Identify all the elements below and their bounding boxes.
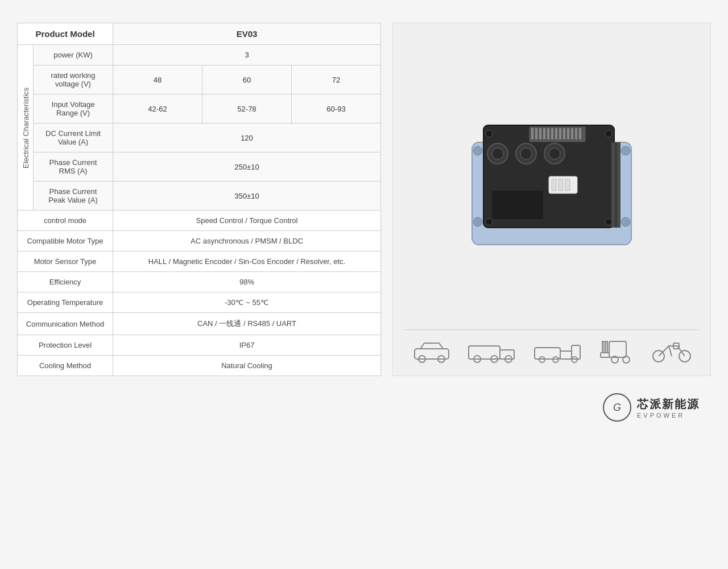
truck-icon xyxy=(466,337,517,363)
control-mode-row: control mode Speed Control / Torque Cont… xyxy=(18,211,381,231)
table-header-row: Product Model EV03 xyxy=(18,23,381,45)
cooling-row: Cooling Method Natural Cooling xyxy=(18,356,381,376)
logo-icon-letter: G xyxy=(613,402,621,414)
motor-type-value: AC asynchronous / PMSM / BLDC xyxy=(113,231,381,251)
cooling-label: Cooling Method xyxy=(18,356,113,376)
input-voltage-label: Input Voltage Range (V) xyxy=(34,94,113,123)
dc-current-label: DC Current Limit Value (A) xyxy=(34,123,113,152)
electrical-characteristics-label: Electrical Characteristics xyxy=(18,45,34,211)
svg-point-31 xyxy=(486,218,493,225)
svg-point-19 xyxy=(520,148,532,159)
product-model-label: Product Model xyxy=(18,23,113,45)
motor-type-row: Compatible Motor Type AC asynchronous / … xyxy=(18,231,381,251)
svg-rect-52 xyxy=(609,341,626,357)
electrical-row-6: Phase Current Peak Value (A) 350±10 xyxy=(18,182,381,211)
control-mode-label: control mode xyxy=(18,211,113,231)
svg-rect-23 xyxy=(552,179,556,191)
control-mode-value: Speed Control / Torque Control xyxy=(113,211,381,231)
svg-rect-54 xyxy=(602,341,604,353)
motorcycle-icon xyxy=(652,337,692,363)
specs-table: Product Model EV03 Electrical Characteri… xyxy=(17,23,381,376)
svg-rect-15 xyxy=(579,128,581,139)
sensor-type-label: Motor Sensor Type xyxy=(18,251,113,272)
svg-rect-7 xyxy=(547,128,549,139)
electrical-row-1: Electrical Characteristics power (KW) 3 xyxy=(18,45,381,65)
motor-type-label: Compatible Motor Type xyxy=(18,231,113,251)
svg-rect-3 xyxy=(531,128,533,139)
svg-rect-14 xyxy=(575,128,577,139)
temperature-value: -30℃ ~ 55℃ xyxy=(113,292,381,313)
voltage-label: rated working voltage (V) xyxy=(34,65,113,94)
voltage-60: 60 xyxy=(202,65,291,94)
sensor-type-value: HALL / Magnetic Encoder / Sin-Cos Encode… xyxy=(113,251,381,272)
top-section: Product Model EV03 Electrical Characteri… xyxy=(17,23,711,376)
phase-rms-value: 250±10 xyxy=(113,152,381,182)
svg-point-34 xyxy=(473,217,482,226)
phase-rms-label: Phase Current RMS (A) xyxy=(34,152,113,182)
forklift-icon xyxy=(598,336,638,364)
svg-rect-28 xyxy=(617,142,621,228)
dc-current-value: 120 xyxy=(113,123,381,152)
svg-rect-10 xyxy=(559,128,561,139)
main-container: Product Model EV03 Electrical Characteri… xyxy=(0,0,728,439)
product-image xyxy=(461,108,643,256)
svg-point-21 xyxy=(549,148,560,159)
communication-row: Communication Method CAN / 一线通 / RS485 /… xyxy=(18,313,381,335)
power-value: 3 xyxy=(113,45,381,65)
svg-point-35 xyxy=(621,146,630,155)
sensor-type-row: Motor Sensor Type HALL / Magnetic Encode… xyxy=(18,251,381,272)
voltage-48: 48 xyxy=(113,65,202,94)
phase-peak-label: Phase Current Peak Value (A) xyxy=(34,182,113,211)
efficiency-row: Efficiency 98% xyxy=(18,272,381,292)
bottom-section: G 芯派新能源 EVPOWER xyxy=(17,387,711,427)
svg-point-17 xyxy=(492,148,503,159)
construction-truck-icon xyxy=(532,337,583,363)
svg-rect-9 xyxy=(555,128,557,139)
image-section xyxy=(392,23,711,376)
efficiency-label: Efficiency xyxy=(18,272,113,292)
input-range-3: 60-93 xyxy=(291,94,380,123)
logo-text-area: 芯派新能源 EVPOWER xyxy=(637,397,700,419)
electrical-row-3: Input Voltage Range (V) 42-62 52-78 60-9… xyxy=(18,94,381,123)
logo-area: G 芯派新能源 EVPOWER xyxy=(603,393,700,422)
power-label: power (KW) xyxy=(34,45,113,65)
communication-label: Communication Method xyxy=(18,313,113,335)
product-model-value: EV03 xyxy=(113,23,381,45)
voltage-72: 72 xyxy=(291,65,380,94)
logo-chinese: 芯派新能源 xyxy=(637,397,700,412)
table-section: Product Model EV03 Electrical Characteri… xyxy=(17,23,381,376)
svg-rect-25 xyxy=(565,179,570,191)
logo-english: EVPOWER xyxy=(637,412,700,419)
protection-row: Protection Level IP67 xyxy=(18,335,381,356)
svg-rect-4 xyxy=(535,128,537,139)
phase-peak-value: 350±10 xyxy=(113,182,381,211)
car-icon xyxy=(412,337,452,363)
svg-rect-12 xyxy=(567,128,569,139)
svg-point-32 xyxy=(605,218,612,225)
svg-rect-8 xyxy=(551,128,553,139)
svg-rect-37 xyxy=(492,191,543,219)
electrical-row-2: rated working voltage (V) 48 60 72 xyxy=(18,65,381,94)
cooling-value: Natural Cooling xyxy=(113,356,381,376)
svg-rect-5 xyxy=(539,128,541,139)
efficiency-value: 98% xyxy=(113,272,381,292)
svg-rect-11 xyxy=(563,128,565,139)
vehicle-icons xyxy=(404,329,699,364)
temperature-row: Operating Temperature -30℃ ~ 55℃ xyxy=(18,292,381,313)
protection-value: IP67 xyxy=(113,335,381,356)
svg-rect-13 xyxy=(571,128,573,139)
protection-label: Protection Level xyxy=(18,335,113,356)
svg-rect-27 xyxy=(615,142,617,228)
svg-point-30 xyxy=(605,130,612,137)
svg-rect-47 xyxy=(560,351,572,359)
svg-point-29 xyxy=(486,130,493,137)
temperature-label: Operating Temperature xyxy=(18,292,113,313)
svg-rect-55 xyxy=(606,341,607,353)
svg-rect-41 xyxy=(469,346,500,359)
svg-rect-53 xyxy=(601,353,609,357)
svg-rect-24 xyxy=(559,179,563,191)
electrical-row-4: DC Current Limit Value (A) 120 xyxy=(18,123,381,152)
input-range-2: 52-78 xyxy=(202,94,291,123)
input-range-1: 42-62 xyxy=(113,94,202,123)
svg-point-36 xyxy=(621,217,630,226)
